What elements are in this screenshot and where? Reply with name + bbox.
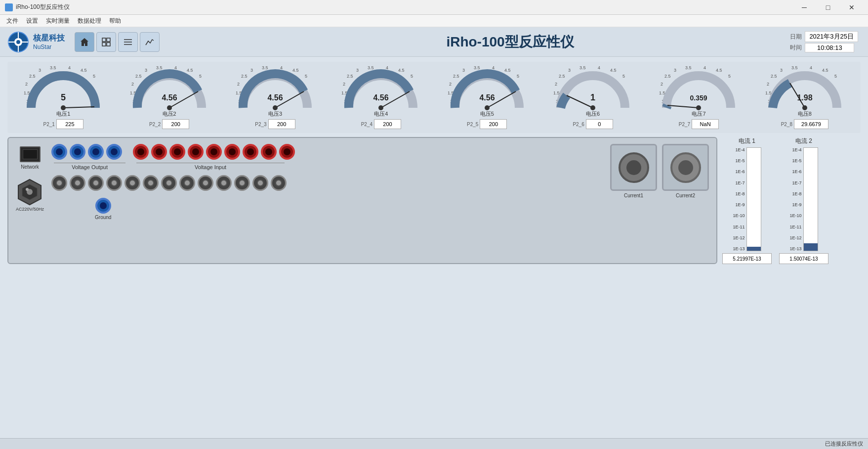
svg-text:2.5: 2.5: [453, 74, 459, 79]
current-sensors-area: Current1 Current2: [610, 144, 709, 198]
scale-1e6: 1E-6: [736, 169, 745, 174]
gauge-6-label: 电压6: [586, 110, 600, 118]
status-bar: 已连接反应性仪: [0, 438, 868, 449]
gauge-1-input[interactable]: [56, 119, 83, 129]
gauge-4-input[interactable]: [374, 119, 401, 129]
ac-label: AC220V/50Hz: [16, 207, 44, 212]
toolbar-list[interactable]: [118, 32, 138, 52]
svg-text:3: 3: [250, 68, 253, 73]
ground-connector: [95, 198, 111, 214]
svg-text:4.5: 4.5: [292, 68, 299, 73]
close-button[interactable]: ✕: [840, 0, 863, 15]
svg-text:0.359: 0.359: [690, 94, 707, 102]
svg-text:2.5: 2.5: [29, 74, 36, 79]
date-row: 日期 2021年3月25日: [790, 31, 858, 42]
current1-scale-area: 1E-4 1E-5 1E-6 1E-7 1E-8 1E-9 1E-10 1E-1…: [733, 147, 761, 251]
menu-dataprocess[interactable]: 数据处理: [74, 15, 105, 27]
connector-red-5: [206, 144, 222, 160]
connector-gray-7: [161, 175, 177, 191]
svg-text:4.5: 4.5: [610, 68, 617, 73]
gauge-7-input-row: P2_7: [679, 119, 719, 129]
svg-text:3.5: 3.5: [156, 66, 163, 70]
date-label: 日期: [790, 33, 802, 41]
toolbar-window[interactable]: [96, 32, 116, 52]
svg-text:4.56: 4.56: [162, 93, 177, 102]
gauge-2-input[interactable]: [162, 119, 189, 129]
svg-text:3.5: 3.5: [50, 66, 56, 70]
svg-text:5: 5: [411, 74, 413, 79]
svg-text:1.98: 1.98: [797, 93, 812, 102]
current-meters-panel: 电流 1 1E-4 1E-5 1E-6 1E-7 1E-8 1E-9 1E-10…: [722, 137, 861, 264]
svg-text:2.5: 2.5: [241, 74, 248, 79]
current2-bar: [804, 243, 818, 251]
svg-line-95: [667, 105, 699, 108]
gauge-8-input-row: P2_8: [781, 119, 828, 129]
current2-label: Current2: [676, 193, 695, 198]
svg-point-113: [26, 188, 29, 191]
svg-point-84: [590, 105, 595, 110]
toolbar-home[interactable]: [75, 32, 94, 52]
svg-text:4.56: 4.56: [267, 93, 283, 102]
svg-text:5: 5: [834, 74, 837, 79]
ground-label: Ground: [95, 215, 111, 220]
minimize-button[interactable]: ─: [793, 0, 816, 15]
voltage-output-label: Voltage Output: [54, 163, 125, 170]
svg-text:2: 2: [767, 82, 769, 87]
connector-gray-13: [271, 175, 287, 191]
svg-text:5: 5: [93, 74, 95, 79]
connector-red-8: [261, 144, 277, 160]
menu-realtime[interactable]: 实时测量: [42, 15, 74, 27]
date-time: 日期 2021年3月25日 时间 10:08:13: [790, 31, 858, 52]
gauge-8-svg: 1 1.5 2 2.5 3 3.5 4 4.5 5 1.98: [763, 66, 847, 113]
current2-scale-area: 1E-4 1E-5 1E-6 1E-7 1E-8 1E-9 1E-10 1E-1…: [789, 147, 818, 251]
svg-text:4.5: 4.5: [716, 68, 722, 73]
svg-text:2: 2: [555, 82, 557, 87]
svg-text:5: 5: [199, 74, 202, 79]
svg-text:3.5: 3.5: [262, 66, 268, 70]
network-port: [20, 146, 41, 162]
svg-rect-7: [102, 38, 106, 42]
network-area: Network: [20, 146, 41, 170]
gauge-3-input[interactable]: [268, 119, 295, 129]
gauge-7-label: 电压7: [692, 110, 705, 118]
gauge-8-input[interactable]: [794, 119, 828, 129]
current2-value[interactable]: [779, 253, 828, 264]
menu-settings[interactable]: 设置: [22, 15, 42, 27]
maximize-button[interactable]: □: [817, 0, 839, 15]
svg-text:4: 4: [174, 66, 177, 70]
gauge-4-svg: 1 1.5 2 2.5 3 3.5 4 4.5 5 4.56: [339, 66, 423, 113]
scale-1e9: 1E-9: [736, 202, 745, 207]
gauge-7-input[interactable]: [692, 119, 719, 129]
svg-text:2.5: 2.5: [559, 74, 565, 79]
current2-sensor-area: Current2: [662, 144, 709, 198]
connectors-area: Voltage Output Voltage Input: [51, 144, 295, 220]
svg-text:4.56: 4.56: [373, 93, 389, 102]
gauge-5-label: 电压5: [480, 110, 494, 118]
current1-value[interactable]: [722, 253, 772, 264]
connector-labels-row: Voltage Output Voltage Input: [51, 163, 295, 170]
menu-help[interactable]: 帮助: [105, 15, 125, 27]
gauge-6-input[interactable]: [586, 119, 613, 129]
svg-text:3.5: 3.5: [685, 66, 692, 70]
svg-text:4: 4: [492, 66, 495, 70]
gauge-8: 1 1.5 2 2.5 3 3.5 4 4.5 5 1.98 电压8 P2_8: [753, 66, 857, 129]
current2-bar-container: [803, 147, 818, 251]
connector-gray-8: [179, 175, 195, 191]
gauge-5-input[interactable]: [480, 119, 507, 129]
svg-text:3: 3: [780, 68, 783, 73]
current1-scale-labels: 1E-4 1E-5 1E-6 1E-7 1E-8 1E-9 1E-10 1E-1…: [733, 147, 744, 251]
gauge-1-label: 电压1: [56, 110, 70, 118]
status-text: 已连接反应性仪: [825, 440, 863, 448]
connector-red-2: [151, 144, 167, 160]
menu-file[interactable]: 文件: [2, 15, 22, 27]
connector-blue-4: [106, 144, 122, 160]
date-value: 2021年3月25日: [805, 31, 858, 42]
toolbar: [75, 32, 160, 52]
svg-text:4.5: 4.5: [398, 68, 405, 73]
logo-text: 核星科技 NuStar: [33, 33, 65, 50]
gauge-1-input-label: P2_1: [43, 122, 55, 127]
app-title: iRho-100型反应性仪: [160, 33, 861, 51]
connector-red-1: [133, 144, 149, 160]
svg-rect-10: [107, 43, 110, 46]
toolbar-chart[interactable]: [140, 32, 160, 52]
